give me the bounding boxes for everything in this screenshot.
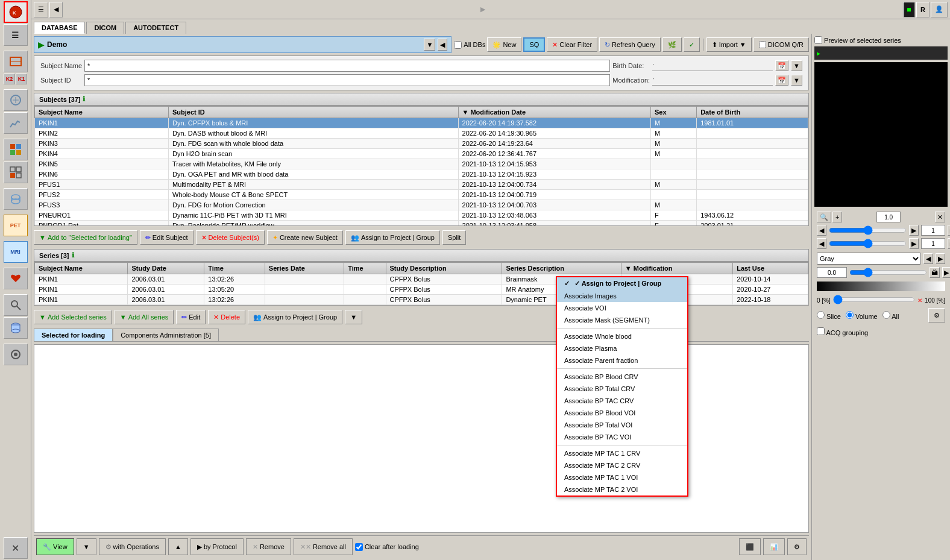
col-subject-name[interactable]: Subject Name [35,107,169,118]
table-row[interactable]: PKIN5 Tracer with Metabolites, KM File o… [35,159,808,169]
col-dob[interactable]: Date of Birth [697,107,808,118]
viewer-ctrl-x-btn[interactable]: ✕ [935,212,945,222]
frame-value-input[interactable] [921,225,945,236]
context-menu-item[interactable]: Associate MP TAC 2 VOI [557,483,687,496]
table-row[interactable]: PKIN1 2006.03.01 13:05:20 CPFPX Bolus MR… [35,285,808,295]
table-row[interactable]: PKIN1 Dyn. CPFPX bolus & MRI 2022-06-20 … [35,118,808,128]
context-menu-item[interactable]: Associate Whole blood [557,330,687,342]
col-series-time2[interactable]: Time [344,263,386,274]
pct-start-slider[interactable] [833,295,915,304]
vol-right-btn[interactable]: ▶ [909,238,919,249]
user-icon-btn[interactable]: 👤 [931,2,948,17]
tool-icon-1[interactable] [4,51,28,72]
modification-dropdown-btn[interactable]: ▼ [791,75,802,86]
table-row[interactable]: PNROD1 Rat Dyn. Raclopride PET/MR workfl… [35,221,808,227]
context-menu-item[interactable]: Associate BP TAC VOI [557,431,687,443]
context-menu-item[interactable]: Associate MP TAC 1 VOI [557,471,687,483]
close-app-btn[interactable]: ✕ [4,537,28,559]
acq-grouping-checkbox[interactable] [817,327,825,335]
remove-btn[interactable]: ✕ Remove [246,538,291,555]
all-dbs-checkbox-label[interactable]: All DBs [454,41,485,49]
add-all-series-btn[interactable]: ▼ Add All series [115,310,174,324]
table-row[interactable]: PFUS2 Whole-body Mouse CT & Bone SPECT 2… [35,190,808,200]
clear-after-loading-checkbox[interactable] [355,543,363,551]
col-sex[interactable]: Sex [650,107,696,118]
table-row[interactable]: PFUS1 Multimodality PET & MRI 2021-10-13… [35,180,808,190]
col-series-series-date[interactable]: Series Date [265,263,344,274]
colormap-select[interactable]: Gray [817,253,921,265]
tool-icon-k2[interactable]: K2 [4,74,15,84]
clear-after-loading-label[interactable]: Clear after loading [355,543,419,551]
tool-icon-settings[interactable] [4,344,28,365]
context-menu-item[interactable]: ✓ Assign to Project | Group [557,277,687,290]
context-menu-item[interactable]: Associate BP TAC CRV [557,395,687,407]
col-series-series-desc[interactable]: Series Description [502,263,621,274]
with-operations-btn[interactable]: ⚙ with Operations [99,538,166,555]
tool-icon-db[interactable] [4,317,28,339]
context-menu-item[interactable]: Associate BP Blood CRV [557,371,687,383]
subjects-table-container[interactable]: Subject Name Subject ID ▼ Modification D… [34,105,809,226]
volume-radio[interactable] [846,311,854,319]
series-dropdown-btn[interactable]: ▼ [345,310,362,324]
birth-date-dropdown-btn[interactable]: ▼ [791,60,802,71]
slice-right-btn[interactable]: ▶ [909,225,919,236]
context-menu-item[interactable]: Associate Images [557,290,687,302]
assign-project-series-btn[interactable]: 👥 Assign to Project | Group [248,310,342,324]
new-btn[interactable]: 🌟 New [487,37,521,52]
table-row[interactable]: PKIN2 Dyn. DASB without blood & MRI 2022… [35,128,808,139]
r-icon-btn[interactable]: R [916,2,930,17]
viewer-settings-btn[interactable]: ⚙ [928,308,945,322]
dicom-qr-checkbox[interactable] [759,41,766,48]
menu-icon[interactable]: ☰ [4,24,28,46]
series-info-btn[interactable]: ℹ [72,251,74,259]
tab-components-admin[interactable]: Components Administration [5] [113,329,219,341]
acq-grouping-label[interactable]: ACQ grouping [817,327,868,336]
bottom-icon-btn2[interactable]: 📊 [763,538,785,555]
context-menu-item[interactable]: Associate MP TAC 1 CRV [557,447,687,459]
vol-left-btn[interactable]: ◀ [817,238,826,249]
sq-btn[interactable]: SQ [523,37,545,52]
table-row[interactable]: PNEURO1 Dynamic 11C-PiB PET with 3D T1 M… [35,210,808,221]
add-to-selected-btn[interactable]: ▼ Add to "Selected for loading" [34,230,137,245]
green-check-btn[interactable]: ✓ [684,37,700,52]
col-series-mod[interactable]: ▼ Modification [621,263,732,274]
zoom-in-btn[interactable]: + [832,212,842,222]
context-menu-item[interactable]: Associate VOI [557,302,687,314]
tool-icon-graph[interactable] [4,112,28,134]
tab-selected-loading[interactable]: Selected for loading [34,329,113,341]
min-arrow-btn[interactable]: ▶ [942,267,950,278]
col-series-study-desc[interactable]: Study Description [386,263,502,274]
tool-icon-k1[interactable]: K1 [16,74,27,84]
col-subject-id[interactable]: Subject ID [169,107,458,118]
all-radio-label[interactable]: All [882,311,899,320]
delete-series-btn[interactable]: ✕ Delete [208,310,245,324]
slice-left-btn[interactable]: ◀ [817,225,826,236]
birth-date-calendar-btn[interactable]: 📅 [775,60,788,71]
table-row[interactable]: PKIN1 2006.03.01 13:02:26 CPFPX Bolus Dy… [35,295,808,305]
add-selected-series-btn[interactable]: ▼ Add Selected series [34,310,112,324]
all-radio[interactable] [882,311,890,319]
col-series-last-use[interactable]: Last Use [733,263,808,274]
frame-ctrl-btn[interactable]: 🏔 [948,225,950,236]
bottom-icon-btn3[interactable]: ⚙ [787,538,807,555]
table-row[interactable]: PFUS3 Dyn. FDG for Motion Correction 202… [35,200,808,210]
tool-icon-palette[interactable] [4,139,28,160]
slice-radio[interactable] [817,311,825,319]
tab-database[interactable]: DATABASE [34,22,85,34]
frame-slider[interactable] [829,225,907,235]
leaf-icon-btn[interactable]: 🌿 [662,37,682,52]
min-value-input[interactable] [817,267,847,278]
nav-left-btn[interactable]: ◀ [49,2,63,17]
tool-icon-heart[interactable] [4,268,28,289]
up-arrow-btn[interactable]: ▲ [168,538,188,555]
zoom-value-input[interactable] [876,212,901,222]
colormap-right-btn[interactable]: ▶ [936,253,945,264]
split-btn[interactable]: Split [442,230,466,245]
table-row[interactable]: PKIN3 Dyn. FDG scan with whole blood dat… [35,139,808,149]
all-dbs-checkbox[interactable] [454,41,462,49]
view-btn[interactable]: 🔧 View [36,538,74,555]
dicom-qr-btn[interactable]: DICOM Q/R [753,37,809,52]
view-dropdown-btn[interactable]: ▼ [77,538,96,555]
edit-subject-btn[interactable]: ✏ Edit Subject [140,230,193,245]
pct-x-btn[interactable]: ✕ [917,297,922,304]
